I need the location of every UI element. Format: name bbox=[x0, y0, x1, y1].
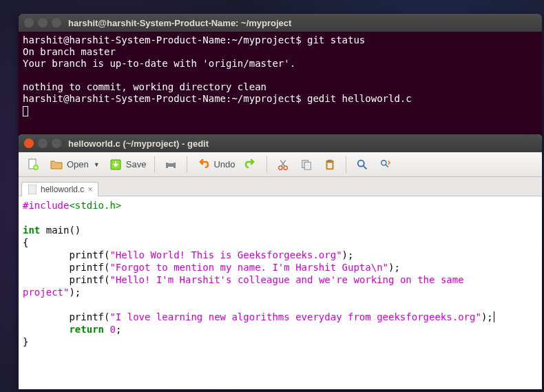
gedit-titlebar[interactable]: helloworld.c (~/myproject) - gedit bbox=[19, 134, 542, 152]
command-text: git status bbox=[302, 34, 366, 45]
save-label: Save bbox=[126, 159, 147, 169]
terminal-line: Your branch is up-to-date with 'origin/m… bbox=[23, 58, 538, 70]
print-icon bbox=[163, 157, 178, 172]
copy-icon bbox=[299, 157, 314, 172]
save-icon bbox=[108, 157, 123, 172]
window-controls bbox=[24, 138, 61, 148]
folder-open-icon bbox=[49, 157, 64, 172]
terminal-line: harshit@harshit-System-Product-Name:~/my… bbox=[23, 93, 538, 105]
print-button[interactable] bbox=[160, 155, 181, 174]
maximize-icon[interactable] bbox=[52, 18, 61, 28]
prompt: harshit@harshit-System-Product-Name:~/my… bbox=[23, 93, 302, 104]
gedit-title: helloworld.c (~/myproject) - gedit bbox=[68, 138, 209, 149]
tab-close-icon[interactable]: × bbox=[87, 185, 92, 194]
terminal-line: nothing to commit, working directory cle… bbox=[23, 81, 538, 93]
svg-rect-11 bbox=[328, 159, 332, 161]
code-line: { bbox=[23, 236, 538, 249]
code-line: project"); bbox=[23, 286, 538, 298]
undo-button[interactable]: Undo bbox=[193, 155, 238, 174]
prompt: harshit@harshit-System-Product-Name:~/my… bbox=[23, 34, 302, 45]
toolbar: Open ▼ Save Undo bbox=[19, 152, 542, 177]
code-line: printf("Hello! I'm Harshit's colleague a… bbox=[23, 274, 538, 286]
tabs-bar: helloworld.c × bbox=[19, 177, 542, 196]
minimize-icon[interactable] bbox=[38, 18, 48, 28]
svg-rect-12 bbox=[328, 163, 333, 168]
close-icon[interactable] bbox=[24, 138, 34, 148]
code-line: printf("I love learning new algorithms e… bbox=[23, 311, 538, 323]
maximize-icon[interactable] bbox=[52, 138, 61, 148]
gedit-window: helloworld.c (~/myproject) - gedit Open … bbox=[19, 134, 542, 389]
editor-area[interactable]: #include<stdio.h> int main() { printf("H… bbox=[19, 196, 542, 389]
file-icon bbox=[28, 185, 37, 194]
terminal-line: harshit@harshit-System-Product-Name:~/my… bbox=[23, 34, 538, 46]
copy-button[interactable] bbox=[296, 155, 317, 174]
toolbar-separator bbox=[187, 156, 187, 173]
toolbar-separator bbox=[266, 156, 267, 173]
replace-button[interactable] bbox=[375, 155, 396, 174]
code-line bbox=[23, 298, 538, 311]
svg-point-13 bbox=[358, 160, 364, 166]
terminal-line bbox=[23, 70, 538, 81]
code-line bbox=[23, 212, 538, 224]
code-line: int main() bbox=[23, 224, 538, 236]
new-file-button[interactable] bbox=[23, 155, 43, 174]
new-file-icon bbox=[25, 157, 41, 172]
toolbar-separator bbox=[346, 156, 346, 173]
undo-label: Undo bbox=[213, 159, 235, 169]
svg-rect-4 bbox=[168, 161, 174, 163]
cut-icon bbox=[275, 157, 291, 172]
code-line: #include<stdio.h> bbox=[23, 199, 538, 212]
open-button[interactable]: Open ▼ bbox=[46, 155, 103, 174]
terminal-title: harshit@harshit-System-Product-Name: ~/m… bbox=[68, 18, 291, 28]
terminal-line bbox=[23, 105, 538, 116]
code-line: printf("Hello World! This is Geeksforgee… bbox=[23, 249, 538, 261]
paste-button[interactable] bbox=[320, 155, 340, 174]
toolbar-separator bbox=[154, 156, 155, 173]
replace-icon bbox=[378, 157, 393, 172]
redo-button[interactable] bbox=[240, 155, 261, 174]
undo-icon bbox=[196, 157, 211, 172]
svg-rect-5 bbox=[168, 167, 174, 169]
svg-point-6 bbox=[279, 165, 282, 169]
svg-point-7 bbox=[284, 165, 287, 169]
close-icon[interactable] bbox=[24, 18, 34, 28]
terminal-window: harshit@harshit-System-Product-Name: ~/m… bbox=[19, 14, 542, 135]
code-line: printf("Forgot to mention my name. I'm H… bbox=[23, 261, 538, 274]
terminal-line: On branch master bbox=[23, 46, 538, 58]
cut-button[interactable] bbox=[273, 155, 293, 174]
search-button[interactable] bbox=[352, 155, 373, 174]
code-line: } bbox=[23, 336, 538, 348]
terminal-body[interactable]: harshit@harshit-System-Product-Name:~/my… bbox=[19, 32, 542, 135]
minimize-icon[interactable] bbox=[38, 138, 48, 148]
code-line: return 0; bbox=[23, 323, 538, 336]
paste-icon bbox=[322, 157, 337, 172]
cursor-icon bbox=[23, 106, 28, 116]
svg-rect-9 bbox=[305, 162, 311, 169]
save-button[interactable]: Save bbox=[105, 155, 149, 174]
search-icon bbox=[355, 157, 370, 172]
open-label: Open bbox=[67, 159, 89, 169]
command-text: gedit helloworld.c bbox=[302, 93, 412, 104]
terminal-titlebar[interactable]: harshit@harshit-System-Product-Name: ~/m… bbox=[19, 14, 542, 32]
svg-point-14 bbox=[381, 160, 386, 165]
svg-rect-15 bbox=[28, 185, 36, 194]
window-controls bbox=[24, 18, 61, 28]
redo-icon bbox=[243, 157, 258, 172]
file-tab[interactable]: helloworld.c × bbox=[21, 182, 98, 196]
chevron-down-icon: ▼ bbox=[94, 161, 100, 168]
tab-label: helloworld.c bbox=[41, 185, 84, 194]
